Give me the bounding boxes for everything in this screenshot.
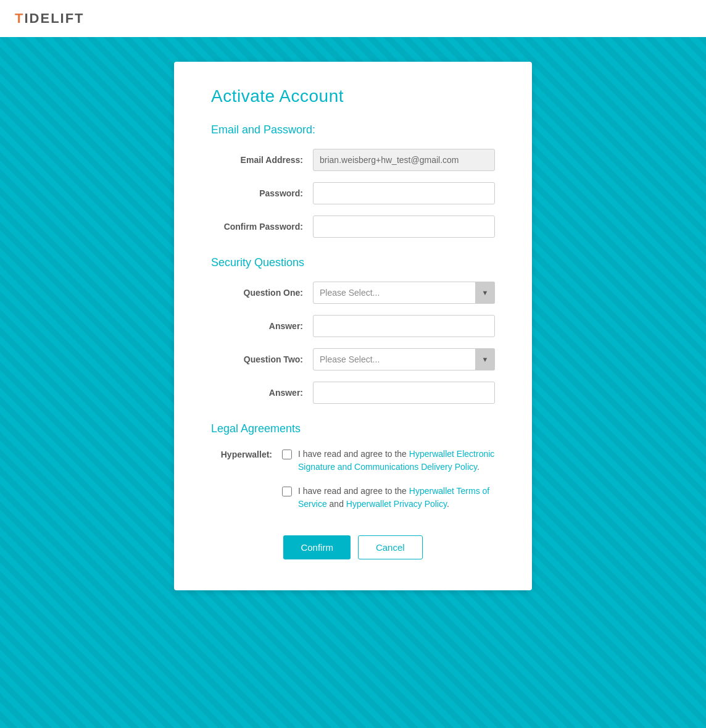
legal-item-2: I have read and agree to the Hyperwallet…	[282, 485, 495, 511]
tos-text-before: I have read and agree to the	[298, 486, 409, 496]
email-label: Email Address:	[211, 155, 313, 165]
section-legal-title: Legal Agreements	[211, 422, 495, 435]
question-one-label: Question One:	[211, 288, 313, 298]
answer-two-group: Answer:	[211, 382, 495, 404]
question-one-select[interactable]: Please Select...	[313, 282, 495, 304]
page-content: Activate Account Email and Password: Ema…	[0, 37, 706, 627]
answer-one-group: Answer:	[211, 315, 495, 337]
email-input[interactable]	[313, 149, 495, 171]
answer-two-label: Answer:	[211, 388, 313, 398]
section-security-title: Security Questions	[211, 256, 495, 269]
card: Activate Account Email and Password: Ema…	[174, 62, 532, 590]
password-label: Password:	[211, 188, 313, 198]
password-input[interactable]	[313, 182, 495, 204]
tos-checkbox[interactable]	[282, 487, 292, 496]
logo: TIDELIFT	[15, 10, 85, 27]
question-two-label: Question Two:	[211, 354, 313, 364]
legal-item-1: I have read and agree to the Hyperwallet…	[282, 448, 495, 474]
tos-text-middle: and	[327, 499, 346, 509]
question-two-select[interactable]: Please Select...	[313, 348, 495, 370]
header: TIDELIFT	[0, 0, 706, 37]
logo-rest: IDELIFT	[24, 10, 84, 26]
confirm-password-label: Confirm Password:	[211, 222, 313, 232]
question-two-select-wrapper: Please Select... ▼	[313, 348, 495, 370]
esign-text-before: I have read and agree to the	[298, 449, 409, 459]
question-one-group: Question One: Please Select... ▼	[211, 282, 495, 304]
legal-agreements-section: Legal Agreements Hyperwallet: I have rea…	[211, 422, 495, 511]
esign-checkbox[interactable]	[282, 450, 292, 459]
legal-items: I have read and agree to the Hyperwallet…	[282, 448, 495, 511]
button-row: Confirm Cancel	[211, 535, 495, 559]
tos-text-after: .	[447, 499, 449, 509]
answer-two-input[interactable]	[313, 382, 495, 404]
confirm-password-field-group: Confirm Password:	[211, 215, 495, 238]
esign-text: I have read and agree to the Hyperwallet…	[298, 448, 495, 474]
logo-t: T	[15, 10, 24, 26]
password-field-group: Password:	[211, 182, 495, 204]
confirm-button[interactable]: Confirm	[283, 535, 351, 559]
question-two-group: Question Two: Please Select... ▼	[211, 348, 495, 370]
email-field-group: Email Address:	[211, 149, 495, 171]
answer-one-input[interactable]	[313, 315, 495, 337]
security-questions-section: Security Questions Question One: Please …	[211, 256, 495, 404]
answer-one-label: Answer:	[211, 321, 313, 331]
hyperwallet-label: Hyperwallet:	[211, 448, 282, 459]
hyperwallet-legal-row: Hyperwallet: I have read and agree to th…	[211, 448, 495, 511]
cancel-button[interactable]: Cancel	[358, 535, 423, 559]
esign-text-after: .	[477, 462, 480, 472]
tos-text: I have read and agree to the Hyperwallet…	[298, 485, 495, 511]
page-title: Activate Account	[211, 86, 495, 106]
privacy-link[interactable]: Hyperwallet Privacy Policy	[346, 499, 447, 509]
section-email-password-title: Email and Password:	[211, 123, 495, 136]
confirm-password-input[interactable]	[313, 215, 495, 238]
question-one-select-wrapper: Please Select... ▼	[313, 282, 495, 304]
